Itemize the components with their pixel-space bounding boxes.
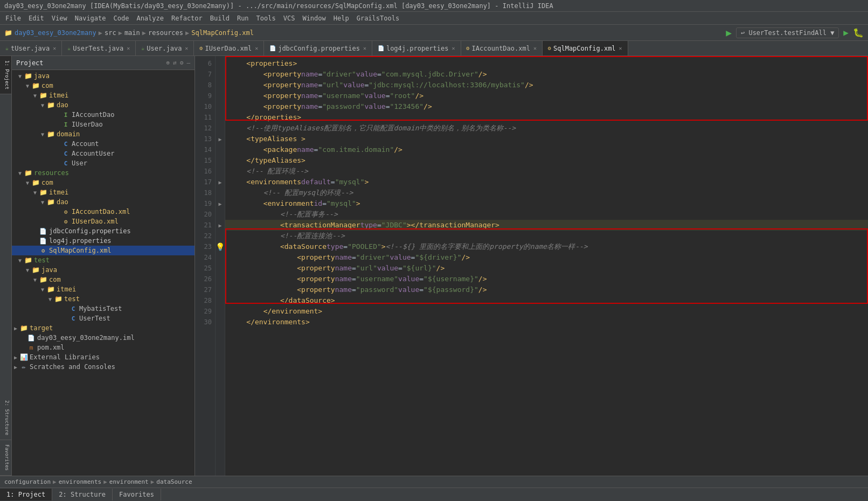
tree-item-target[interactable]: ▶ 📁 target [12, 323, 195, 333]
debug-button[interactable]: 🐛 [853, 27, 864, 38]
code-line-24[interactable]: < property name = "driver" value = "${dr… [225, 252, 868, 263]
code-line-12[interactable]: <!--使用typeAliases配置别名，它只能配置domain中类的别名，别… [225, 123, 868, 134]
code-line-25[interactable]: < property name = "url" value = "${url}"… [225, 263, 868, 274]
tree-item-usertest[interactable]: C UserTest [12, 314, 195, 323]
tree-item-sqlmapconfig[interactable]: ⚙ SqlMapConfig.xml [12, 246, 195, 255]
code-line-16[interactable]: <!-- 配置环境--> [225, 166, 868, 177]
tree-item-iuserdao[interactable]: I IUserDao [12, 120, 195, 129]
menu-grailstools[interactable]: GrailsTools [353, 13, 402, 23]
tab-log4j[interactable]: 📄 log4j.properties ✕ [372, 41, 461, 55]
code-line-21[interactable]: < transactionManager type = "JDBC" ></tr… [225, 220, 868, 231]
tree-item-log4j[interactable]: 📄 log4j.properties [12, 236, 195, 246]
menu-vcs[interactable]: VCS [280, 13, 298, 23]
code-line-11[interactable]: </properties> [225, 112, 868, 123]
menu-view[interactable]: View [48, 13, 71, 23]
menu-edit[interactable]: Edit [25, 13, 47, 23]
code-line-17[interactable]: < environments default = "mysql" > [225, 177, 868, 187]
tab-usertest[interactable]: ☕ UserTest.java ✕ [62, 41, 136, 55]
tab-user-close[interactable]: ✕ [185, 45, 188, 51]
breadcrumb-main[interactable]: main [124, 29, 140, 37]
panel-icon-gear[interactable]: ⚙ [180, 59, 184, 66]
status-bc-configuration[interactable]: configuration [4, 478, 51, 485]
tree-item-mybatistest[interactable]: C MybatisTest [12, 304, 195, 314]
status-bc-environments[interactable]: environments [59, 478, 101, 485]
tab-sqlmapconfig[interactable]: ⚙ SqlMapConfig.xml ✕ [543, 41, 628, 55]
code-line-18[interactable]: <!-- 配置mysql的环境--> [225, 187, 868, 198]
tab-sqlmapconfig-close[interactable]: ✕ [619, 45, 622, 51]
side-tab-favorites[interactable]: Favorites [0, 440, 11, 476]
bottom-tab-favorites[interactable]: Favorites [113, 489, 161, 500]
menu-analyze[interactable]: Analyze [133, 13, 167, 23]
code-line-30[interactable]: </environments> [225, 317, 868, 328]
tab-user[interactable]: ☕ User.java ✕ [136, 41, 194, 55]
tree-item-external-libs[interactable]: ▶ 📊 External Libraries [12, 352, 195, 362]
tree-item-iuserdao-xml[interactable]: ⚙ IUserDao.xml [12, 217, 195, 226]
menu-tools[interactable]: Tools [253, 13, 279, 23]
code-line-8[interactable]: < property name = "url" value = "jdbc:my… [225, 80, 868, 91]
tree-item-itmei[interactable]: ▼ 📁 itmei [12, 91, 195, 100]
tree-item-res-com[interactable]: ▼ 📁 com [12, 178, 195, 187]
code-line-13[interactable]: <typeAliases > [225, 134, 868, 144]
code-line-28[interactable]: </dataSource> [225, 295, 868, 306]
menu-run[interactable]: Run [234, 13, 252, 23]
run-button[interactable]: ▶ [843, 27, 849, 38]
tree-item-account[interactable]: C Account [12, 139, 195, 149]
tab-usertest-close[interactable]: ✕ [127, 45, 130, 51]
tree-item-java[interactable]: ▼ 📁 java [12, 71, 195, 81]
tree-item-iaccountdao[interactable]: I IAccountDao [12, 110, 195, 120]
tab-tuser[interactable]: ☕ tUser.java ✕ [0, 41, 62, 55]
breadcrumb-project[interactable]: day03_eesy_03one2many [15, 29, 96, 37]
tab-iuserdao-close[interactable]: ✕ [255, 45, 258, 51]
tree-item-iml[interactable]: 📄 day03_eesy_03one2many.iml [12, 333, 195, 343]
tree-item-test-com[interactable]: ▼ 📁 com [12, 275, 195, 284]
bottom-tab-project[interactable]: 1: Project [0, 489, 52, 500]
tree-item-com[interactable]: ▼ 📁 com [12, 81, 195, 91]
code-line-10[interactable]: < property name = "password" value = "12… [225, 101, 868, 112]
status-bc-datasource[interactable]: dataSource [156, 478, 192, 485]
tree-item-res-itmei[interactable]: ▼ 📁 itmei [12, 187, 195, 197]
panel-icon-add[interactable]: ⊕ [166, 59, 170, 66]
code-line-26[interactable]: < property name = "username" value = "${… [225, 274, 868, 284]
tree-item-user[interactable]: C User [12, 158, 195, 168]
panel-icon-sync[interactable]: ⇄ [173, 59, 177, 66]
menu-code[interactable]: Code [110, 13, 133, 23]
tree-item-test-test[interactable]: ▼ 📁 test [12, 294, 195, 304]
run-icon[interactable]: ▶ [726, 27, 732, 38]
menu-help[interactable]: Help [330, 13, 352, 23]
breadcrumb-file[interactable]: SqlMapConfig.xml [191, 29, 254, 37]
tree-item-test-itmei[interactable]: ▼ 📁 itmei [12, 284, 195, 294]
tab-iaccountdao-close[interactable]: ✕ [533, 45, 537, 51]
tree-item-dao[interactable]: ▼ 📁 dao [12, 100, 195, 110]
tree-item-iaccountdao-xml[interactable]: ⚙ IAccountDao.xml [12, 207, 195, 217]
menu-file[interactable]: File [2, 13, 24, 23]
bulb-icon[interactable]: 💡 [216, 242, 225, 251]
tree-item-test[interactable]: ▼ 📁 test [12, 255, 195, 265]
code-line-9[interactable]: < property name = "username" value = "ro… [225, 91, 868, 101]
code-line-15[interactable]: </typeAliases> [225, 155, 868, 166]
tree-item-pom[interactable]: m pom.xml [12, 343, 195, 352]
code-line-29[interactable]: </environment> [225, 306, 868, 317]
code-line-23[interactable]: < dataSource type = "POOLED" > <!--${} 里… [225, 241, 868, 252]
tree-item-resources[interactable]: ▼ 📁 resources [12, 168, 195, 178]
tree-item-res-dao[interactable]: ▼ 📁 dao [12, 197, 195, 207]
code-line-19[interactable]: < environment id = "mysql" > [225, 198, 868, 209]
tab-iuserdao[interactable]: ⚙ IUserDao.xml ✕ [194, 41, 264, 55]
tab-log4j-close[interactable]: ✕ [452, 45, 455, 51]
menu-refactor[interactable]: Refactor [168, 13, 206, 23]
panel-icon-minimize[interactable]: — [186, 59, 190, 66]
code-line-7[interactable]: < property name = "driver" value = "com.… [225, 69, 868, 80]
tab-jdbcconfig-close[interactable]: ✕ [363, 45, 366, 51]
side-tab-structure[interactable]: 2: Structure [0, 396, 11, 440]
tab-jdbcconfig[interactable]: 📄 jdbcConfig.properties ✕ [264, 41, 372, 55]
tree-item-jdbcconfig[interactable]: 📄 jdbcConfig.properties [12, 226, 195, 236]
breadcrumb-src[interactable]: src [105, 29, 116, 37]
run-config-label[interactable]: ↩ UserTest.testFindAll ▼ [736, 27, 839, 38]
menu-window[interactable]: Window [299, 13, 329, 23]
tab-tuser-close[interactable]: ✕ [53, 45, 56, 51]
code-line-27[interactable]: < property name = "password" value = "${… [225, 284, 868, 295]
tree-item-domain[interactable]: ▼ 📁 domain [12, 129, 195, 139]
menu-navigate[interactable]: Navigate [72, 13, 109, 23]
bottom-tab-structure[interactable]: 2: Structure [52, 489, 113, 500]
code-content[interactable]: <properties> < property name = "driver" … [225, 56, 868, 476]
status-bc-environment[interactable]: environment [109, 478, 149, 485]
